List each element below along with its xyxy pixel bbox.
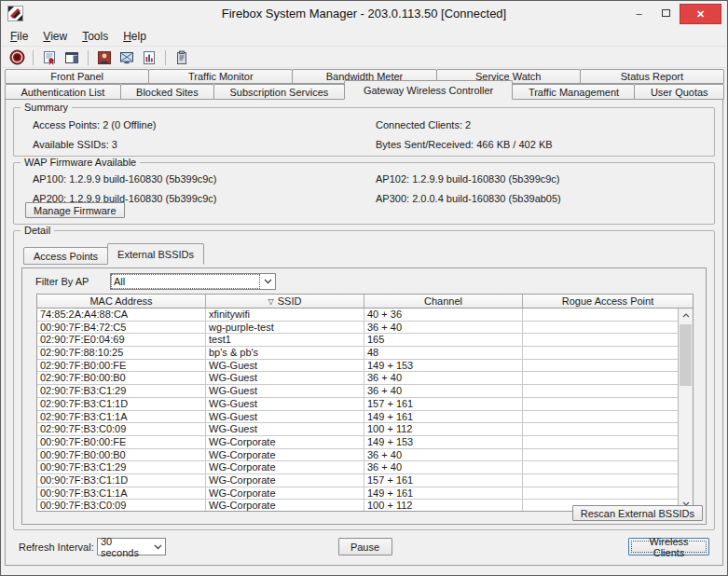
table-row[interactable]: 02:90:7F:88:10:25 bp's & pb's 48 (37, 347, 678, 360)
rescan-external-bssids-button[interactable]: Rescan External BSSIDs (572, 505, 703, 521)
cell-ssid: WG-Guest (206, 423, 364, 435)
chevron-down-icon (260, 274, 275, 289)
cell-channel: 36 + 40 (364, 449, 523, 461)
tab-traffic-monitor[interactable]: Traffic Monitor (148, 69, 293, 84)
cell-ssid: WG-Guest (206, 372, 364, 384)
cell-ssid: WG-Guest (206, 360, 364, 372)
cell-mac-address: 02:90:7F:B0:00:B0 (37, 372, 206, 384)
table-header-row: MAC Address ▽ SSID Channel Rogue Access … (37, 295, 693, 309)
tab-authentication-list[interactable]: Authentication List (5, 84, 121, 100)
tab-front-panel[interactable]: Front Panel (5, 69, 149, 84)
table-row[interactable]: 02:90:7F:E0:04:69 test1 165 (37, 334, 678, 347)
maximize-button[interactable] (652, 4, 680, 22)
close-icon: ✕ (696, 8, 705, 21)
wireless-clients-button[interactable]: Wireless Clients (628, 538, 709, 555)
cell-channel: 36 + 40 (364, 322, 523, 334)
hostwatch-icon[interactable] (117, 49, 136, 66)
filter-by-ap-value: All (112, 275, 259, 288)
performance-console-icon[interactable] (140, 49, 158, 66)
refresh-interval-dropdown[interactable]: 30 seconds (97, 538, 166, 555)
cell-ssid: wg-purple-test (206, 322, 364, 334)
tab-subscription-services[interactable]: Subscription Services (213, 84, 345, 100)
minimize-button[interactable]: – (625, 4, 652, 22)
cell-ssid: WG-Corporate (206, 449, 364, 461)
scrollbar-thumb[interactable] (680, 324, 692, 386)
cell-rogue-access-point (523, 449, 678, 461)
cell-channel: 36 + 40 (364, 372, 523, 384)
cell-rogue-access-point (523, 487, 678, 500)
table-row[interactable]: 02:90:7F:B3:C1:29 WG-Guest 36 + 40 (37, 385, 678, 398)
table-row[interactable]: 02:90:7F:B0:00:FE WG-Guest 149 + 153 (37, 360, 678, 373)
pause-button[interactable]: Pause (338, 538, 392, 555)
table-row[interactable]: 00:90:7F:B4:72:C5 wg-purple-test 36 + 40 (37, 322, 678, 335)
cell-channel: 149 + 161 (364, 411, 523, 423)
tab-access-points[interactable]: Access Points (23, 247, 108, 265)
table-row[interactable]: 00:90:7F:B3:C1:29 WG-Corporate 36 + 40 (37, 461, 678, 474)
certificates-icon[interactable] (40, 49, 59, 66)
firmware-ap300: AP300: 2.0.0.4 build-160830 (5b39ab05) (376, 193, 695, 204)
table-row[interactable]: 02:90:7F:B0:00:B0 WG-Guest 36 + 40 (37, 372, 678, 385)
cell-ssid: WG-Corporate (206, 436, 364, 448)
menu-bar: File View Tools Help (2, 27, 726, 47)
policy-manager-icon[interactable] (95, 49, 114, 66)
column-header-channel[interactable]: Channel (364, 295, 523, 308)
cell-mac-address: 00:90:7F:B0:00:FE (37, 436, 206, 448)
tab-external-bssids[interactable]: External BSSIDs (107, 243, 204, 265)
firmware-ap100: AP100: 1.2.9.9 build-160830 (5b399c9c) (33, 173, 376, 185)
cell-mac-address: 00:90:7F:B3:C1:1D (37, 474, 206, 487)
menu-tools[interactable]: Tools (82, 30, 108, 43)
cell-ssid: WG-Corporate (206, 487, 364, 500)
menu-help[interactable]: Help (123, 30, 146, 43)
filter-by-ap-dropdown[interactable]: All (110, 273, 276, 290)
table-row[interactable]: 02:90:7F:B3:C1:1D WG-Guest 157 + 161 (37, 398, 678, 411)
toolbar-separator (33, 50, 34, 65)
cell-rogue-access-point (523, 436, 678, 448)
pause-monitoring-icon[interactable] (7, 49, 26, 66)
title-bar[interactable]: Firebox System Manager - 203.0.113.50 [C… (1, 1, 727, 26)
tab-blocked-sites[interactable]: Blocked Sites (120, 84, 214, 100)
cell-mac-address: 02:90:7F:B3:C1:1A (37, 411, 206, 423)
manage-firmware-button[interactable]: Manage Firmware (25, 202, 125, 218)
front-panel-window-icon[interactable] (62, 49, 81, 66)
wap-firmware-group: WAP Firmware Available AP100: 1.2.9.9 bu… (13, 162, 715, 225)
cell-channel: 165 (364, 334, 523, 346)
tab-status-report[interactable]: Status Report (580, 69, 724, 84)
cell-mac-address: 02:90:7F:88:10:25 (37, 347, 206, 359)
table-row[interactable]: 00:90:7F:B0:00:B0 WG-Corporate 36 + 40 (37, 449, 678, 462)
toolbar (2, 48, 726, 68)
column-header-mac-address[interactable]: MAC Address (37, 295, 206, 308)
tab-traffic-management[interactable]: Traffic Management (512, 84, 635, 100)
cell-ssid: WG-Corporate (206, 500, 364, 511)
close-button[interactable]: ✕ (680, 4, 721, 24)
cell-ssid: WG-Corporate (206, 474, 364, 487)
summary-legend: Summary (21, 102, 72, 113)
table-row[interactable]: 00:90:7F:B0:00:FE WG-Corporate 149 + 153 (37, 436, 678, 449)
available-ssids-value: Available SSIDs: 3 (33, 139, 376, 150)
cell-channel: 36 + 40 (364, 461, 523, 473)
tab-user-quotas[interactable]: User Quotas (634, 84, 724, 100)
table-body: 74:85:2A:A4:88:CA xfinitywifi 40 + 36 00… (37, 309, 678, 511)
table-row[interactable]: 74:85:2A:A4:88:CA xfinitywifi 40 + 36 (37, 309, 678, 322)
cell-mac-address: 02:90:7F:B0:00:FE (37, 360, 206, 372)
report-icon[interactable] (172, 49, 191, 66)
table-row[interactable]: 00:90:7F:B3:C1:1A WG-Corporate 149 + 161 (37, 487, 678, 501)
table-row[interactable]: 02:90:7F:B3:C1:1A WG-Guest 149 + 161 (37, 411, 678, 424)
table-row[interactable]: 00:90:7F:B3:C1:1D WG-Corporate 157 + 161 (37, 474, 678, 487)
cell-mac-address: 00:90:7F:B4:72:C5 (37, 322, 206, 334)
detail-tab-strip: Access Points External BSSIDs (23, 247, 203, 265)
cell-rogue-access-point (523, 334, 678, 346)
chevron-down-icon (150, 539, 165, 555)
scroll-up-icon[interactable] (679, 309, 693, 322)
column-header-ssid[interactable]: ▽ SSID (206, 295, 364, 308)
cell-mac-address: 00:90:7F:B3:C1:29 (37, 461, 206, 473)
table-row[interactable]: 02:90:7F:B3:C0:09 WG-Guest 100 + 112 (37, 423, 678, 436)
menu-file[interactable]: File (10, 30, 28, 43)
toolbar-separator (88, 50, 89, 65)
menu-view[interactable]: View (43, 30, 67, 43)
table-scrollbar[interactable] (678, 309, 693, 511)
tab-gateway-wireless-controller[interactable]: Gateway Wireless Controller (344, 80, 514, 100)
cell-rogue-access-point (523, 423, 678, 435)
summary-group: Summary Access Points: 2 (0 Offline) Con… (13, 107, 715, 157)
external-bssids-table: MAC Address ▽ SSID Channel Rogue Access … (36, 294, 694, 512)
column-header-rogue-access-point[interactable]: Rogue Access Point (523, 295, 693, 308)
